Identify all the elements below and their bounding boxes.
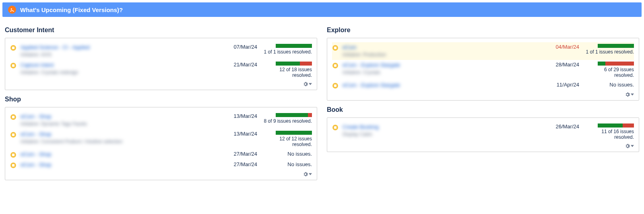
release-date: 07/Mar/24	[215, 44, 264, 50]
release-date: 26/Mar/24	[537, 123, 586, 130]
progress-col: 1 of 1 issues resolved.	[586, 44, 634, 55]
section-panel: Applied Science - CI - AppliedInitiative…	[5, 38, 317, 90]
section-title: Shop	[5, 96, 317, 103]
progress-label: 8 of 9 issues resolved.	[264, 118, 312, 124]
version-icon	[10, 132, 17, 138]
version-name[interactable]: eCom - Shop	[21, 113, 215, 120]
progress-bar[interactable]	[598, 44, 634, 48]
progress-bar[interactable]	[598, 123, 634, 128]
version-row[interactable]: eComInitiative: Production04/Mar/241 of …	[332, 42, 634, 60]
progress-bar[interactable]	[276, 44, 312, 48]
version-name[interactable]: Create Booking	[343, 123, 537, 131]
progress-col: 12 of 12 issues resolved.	[264, 131, 312, 148]
no-issues-label: No issues.	[586, 82, 634, 88]
version-subtitle: Initiative: AIXS	[21, 51, 215, 58]
progress-done	[276, 131, 312, 135]
gear-icon[interactable]	[303, 172, 312, 177]
left-column: Customer IntentApplied Science - CI - Ap…	[5, 21, 317, 180]
version-name[interactable]: Applied Science - CI - Applied	[21, 44, 215, 51]
progress-col: No issues.	[264, 161, 312, 167]
version-row[interactable]: Create BookingDisplay Cabin26/Mar/2411 o…	[332, 122, 634, 142]
svg-point-0	[9, 7, 15, 12]
progress-bar[interactable]	[598, 62, 634, 66]
project-section: BookCreate BookingDisplay Cabin26/Mar/24…	[327, 106, 639, 152]
svg-rect-7	[12, 116, 14, 118]
panel-actions	[10, 82, 312, 86]
release-date: 11/Apr/24	[537, 82, 586, 88]
section-title: Explore	[327, 27, 639, 34]
panel-actions	[332, 144, 634, 148]
release-date: 27/Mar/24	[215, 151, 264, 157]
gear-icon[interactable]	[303, 82, 312, 86]
version-subtitle: Initiative: Production	[343, 51, 537, 58]
release-date: 13/Mar/24	[215, 131, 264, 137]
progress-label: 1 of 1 issues resolved.	[586, 49, 634, 55]
gadget-title: What's Upcoming (Fixed Versions)?	[20, 6, 123, 13]
version-name[interactable]: eCom - Shop	[21, 161, 215, 169]
progress-col: 11 of 16 issues resolved.	[586, 123, 634, 140]
svg-rect-13	[12, 164, 14, 167]
version-name[interactable]: Capture Intent	[21, 62, 215, 69]
svg-rect-9	[12, 134, 14, 136]
progress-label: 12 of 12 issues resolved.	[264, 136, 312, 148]
version-row[interactable]: eCom - ShopInitiative: Consistent Podium…	[10, 129, 312, 149]
version-name[interactable]: eCom - Shop	[21, 131, 215, 138]
version-row[interactable]: eCom - ShopInitiative: Dynamic Tags Face…	[10, 111, 312, 129]
progress-done	[598, 123, 623, 128]
release-date: 04/Mar/24	[537, 44, 586, 50]
gadget-logo-icon	[8, 6, 16, 14]
progress-label: 1 of 1 issues resolved.	[264, 49, 312, 55]
version-icon	[332, 124, 339, 131]
version-subtitle: Initiative: Consistent Podium / Intuitiv…	[21, 138, 215, 145]
svg-rect-3	[12, 47, 14, 49]
version-icon	[332, 45, 339, 51]
progress-label: 11 of 16 issues resolved.	[586, 129, 634, 140]
section-title: Book	[327, 106, 639, 113]
release-date: 21/Mar/24	[215, 62, 264, 68]
version-row[interactable]: eCom - Explore Stargate11/Apr/24No issue…	[332, 80, 634, 91]
project-section: ShopeCom - ShopInitiative: Dynamic Tags …	[5, 96, 317, 180]
progress-col: No issues.	[264, 151, 312, 157]
version-row[interactable]: eCom - Explore StargateInitiative: Cryst…	[332, 60, 634, 80]
panel-actions	[10, 172, 312, 177]
progress-todo	[605, 62, 634, 66]
version-name[interactable]: eCom - Explore Stargate	[343, 62, 537, 69]
no-issues-label: No issues.	[264, 161, 312, 167]
version-name[interactable]: eCom - Shop	[21, 151, 215, 158]
progress-col: 8 of 9 issues resolved.	[264, 113, 312, 124]
version-icon	[332, 82, 339, 89]
version-row[interactable]: eCom - Shop27/Mar/24No issues.	[10, 149, 312, 160]
version-name-col: Applied Science - CI - AppliedInitiative…	[21, 44, 215, 58]
version-name[interactable]: eCom - Explore Stargate	[343, 82, 537, 89]
section-panel: eComInitiative: Production04/Mar/241 of …	[327, 38, 639, 101]
version-row[interactable]: eCom - Shop27/Mar/24No issues.	[10, 160, 312, 170]
progress-todo	[308, 113, 312, 117]
version-row[interactable]: Capture IntentInitiative: Crystals redes…	[10, 60, 312, 80]
version-row[interactable]: Applied Science - CI - AppliedInitiative…	[10, 42, 312, 60]
progress-bar[interactable]	[276, 62, 312, 66]
progress-bar[interactable]	[276, 131, 312, 135]
section-panel: eCom - ShopInitiative: Dynamic Tags Face…	[5, 107, 317, 180]
svg-rect-21	[334, 126, 336, 129]
progress-col: 1 of 1 issues resolved.	[264, 44, 312, 55]
version-name-col: eCom - Explore StargateInitiative: Cryst…	[343, 62, 537, 76]
version-name-col: eComInitiative: Production	[343, 44, 537, 58]
release-date: 28/Mar/24	[537, 62, 586, 68]
gear-icon[interactable]	[625, 92, 634, 97]
svg-point-1	[11, 8, 12, 10]
version-icon	[10, 162, 17, 169]
svg-rect-11	[12, 154, 14, 156]
version-subtitle: Initiative: Crystals redesign	[21, 69, 215, 76]
version-name-col: Capture IntentInitiative: Crystals redes…	[21, 62, 215, 76]
gear-icon[interactable]	[625, 144, 634, 148]
svg-rect-19	[334, 84, 336, 87]
gadget-header: What's Upcoming (Fixed Versions)?	[2, 2, 642, 17]
section-panel: Create BookingDisplay Cabin26/Mar/2411 o…	[327, 117, 639, 152]
version-subtitle: Initiative: Dynamic Tags Facets	[21, 121, 215, 128]
panel-actions	[332, 92, 634, 97]
version-name[interactable]: eCom	[343, 44, 537, 51]
progress-col: 6 of 29 issues resolved.	[586, 62, 634, 78]
progress-bar[interactable]	[276, 113, 312, 117]
progress-todo	[300, 62, 312, 66]
version-name-col: eCom - Shop	[21, 161, 215, 169]
